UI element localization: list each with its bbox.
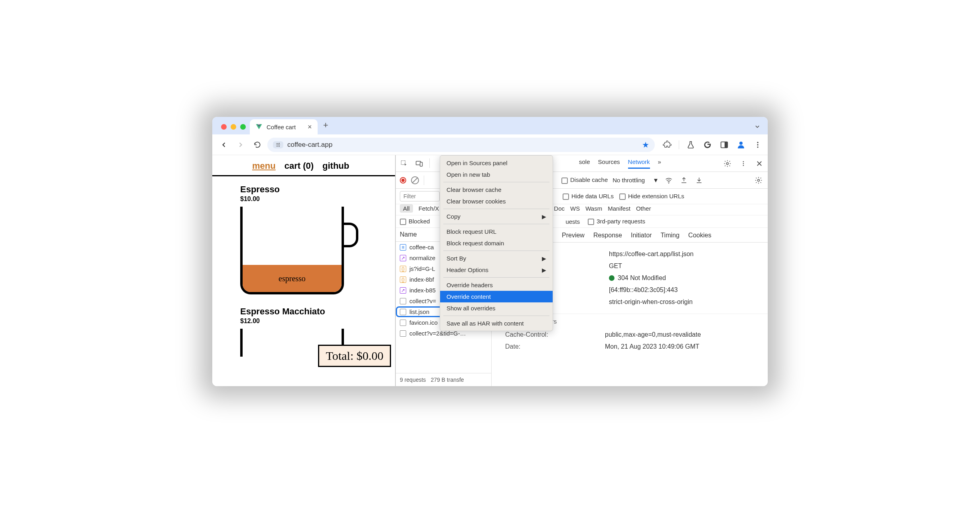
svg-rect-3 (725, 142, 727, 148)
device-toggle-icon[interactable] (414, 158, 425, 169)
experiments-icon[interactable] (686, 140, 696, 150)
ctx-override-content[interactable]: Override content (440, 291, 553, 302)
ctx-save-har[interactable]: Save all as HAR with content (440, 318, 553, 329)
general-status: 304 Not Modified (609, 274, 666, 282)
window-minimize-button[interactable] (231, 124, 236, 130)
general-referrer: strict-origin-when-cross-origin (609, 298, 693, 306)
site-settings-icon[interactable] (273, 141, 283, 148)
cart-total[interactable]: Total: $0.00 (318, 345, 391, 367)
sidepanel-icon[interactable] (719, 140, 729, 150)
vue-icon (255, 123, 263, 130)
devtools-menu-icon[interactable] (738, 158, 749, 169)
filter-manifest[interactable]: Manifest (608, 205, 630, 212)
ctx-open-tab[interactable]: Open in new tab (440, 169, 553, 180)
new-tab-button[interactable]: + (318, 120, 334, 134)
url-text: coffee-cart.app (287, 141, 332, 149)
svg-point-6 (757, 144, 758, 145)
extensions-icon[interactable] (662, 140, 672, 150)
svg-point-0 (279, 143, 280, 144)
detail-tab-preview[interactable]: Preview (562, 232, 585, 242)
back-button[interactable] (217, 138, 231, 152)
file-js-icon: {} (400, 276, 406, 283)
detail-tab-timing[interactable]: Timing (660, 232, 679, 242)
svg-rect-10 (420, 162, 423, 166)
filter-fetch[interactable]: Fetch/X (419, 205, 439, 212)
devtools-panel: sole Sources Network » Disable cache No … (396, 155, 768, 386)
file-other-icon (400, 298, 406, 304)
inspect-icon[interactable] (399, 158, 409, 169)
filter-other[interactable]: Other (636, 205, 651, 212)
devtools-close-icon[interactable] (754, 158, 765, 169)
browser-tab[interactable]: Coffee cart × (250, 119, 318, 134)
tabs-more[interactable]: » (658, 158, 661, 169)
ctx-header-options[interactable]: Header Options▶ (440, 264, 553, 276)
ctx-copy[interactable]: Copy▶ (440, 211, 553, 222)
window-close-button[interactable] (221, 124, 227, 130)
address-bar[interactable]: coffee-cart.app ★ (267, 138, 655, 152)
tab-network[interactable]: Network (628, 158, 650, 169)
file-other-icon (400, 320, 406, 326)
ctx-block-url[interactable]: Block request URL (440, 226, 553, 237)
svg-point-12 (743, 161, 744, 162)
file-css-icon: ↗ (400, 287, 406, 294)
wifi-icon[interactable] (664, 175, 674, 186)
profile-icon[interactable] (736, 140, 746, 150)
svg-point-7 (757, 146, 758, 148)
address-bar-row: coffee-cart.app ★ (212, 134, 768, 155)
nav-cart[interactable]: cart (0) (285, 161, 314, 171)
tab-close-button[interactable]: × (308, 123, 312, 131)
file-html-icon: ≡ (400, 244, 406, 251)
ctx-clear-cache[interactable]: Clear browser cache (440, 184, 553, 195)
filter-all[interactable]: All (400, 204, 413, 213)
clear-button[interactable] (411, 176, 419, 184)
ctx-open-sources[interactable]: Open in Sources panel (440, 157, 553, 169)
hide-extension-urls-checkbox[interactable]: Hide extension URLs (619, 193, 684, 200)
third-party-checkbox[interactable]: 3rd-party requests (588, 218, 645, 225)
filter-input[interactable] (400, 191, 440, 201)
filter-wasm[interactable]: Wasm (585, 205, 602, 212)
detail-tab-initiator[interactable]: Initiator (631, 232, 652, 242)
browser-menu-button[interactable] (753, 140, 763, 150)
detail-tab-response[interactable]: Response (593, 232, 622, 242)
general-method: GET (609, 262, 622, 270)
page-nav: menu cart (0) github (212, 155, 395, 176)
request-summary: 9 requests 279 B transfe (396, 373, 491, 386)
svg-point-14 (743, 165, 744, 166)
ctx-clear-cookies[interactable]: Clear browser cookies (440, 195, 553, 207)
general-remote: [64:ff9b::4b02:3c05]:443 (609, 286, 678, 294)
hide-data-urls-checkbox[interactable]: Hide data URLs (563, 193, 614, 200)
tab-bar: Coffee cart × + (212, 117, 768, 134)
ctx-sort[interactable]: Sort By▶ (440, 253, 553, 264)
page-content: menu cart (0) github Espresso $10.00 esp… (212, 155, 396, 386)
ctx-override-headers[interactable]: Override headers (440, 279, 553, 291)
google-icon[interactable] (702, 140, 713, 150)
reload-button[interactable] (251, 138, 264, 152)
tab-sources[interactable]: Sources (598, 158, 620, 169)
tab-console[interactable]: sole (579, 158, 590, 169)
disable-cache-checkbox[interactable]: Disable cache (561, 176, 608, 184)
blocked-requests-text: uests (565, 218, 580, 225)
nav-menu[interactable]: menu (252, 161, 276, 171)
detail-tab-cookies[interactable]: Cookies (688, 232, 711, 242)
file-other-icon (400, 309, 406, 315)
upload-icon[interactable] (679, 175, 689, 186)
filter-ws[interactable]: WS (570, 205, 580, 212)
svg-point-5 (757, 142, 758, 143)
settings-icon[interactable] (722, 158, 733, 169)
throttling-select[interactable]: No throttling ▼ (612, 177, 659, 184)
tab-dropdown-button[interactable] (753, 122, 768, 134)
ctx-block-domain[interactable]: Block request domain (440, 237, 553, 249)
filter-doc[interactable]: Doc (554, 205, 565, 212)
network-settings-icon[interactable] (753, 175, 764, 186)
chevron-right-icon: ▶ (542, 267, 546, 273)
download-icon[interactable] (694, 175, 704, 186)
ctx-show-overrides[interactable]: Show all overrides (440, 302, 553, 314)
mug-fill-label: espresso (243, 265, 342, 292)
forward-button[interactable] (234, 138, 247, 152)
mug-graphic[interactable]: espresso (240, 207, 352, 298)
record-button[interactable] (400, 177, 406, 184)
nav-github[interactable]: github (322, 161, 349, 171)
window-maximize-button[interactable] (240, 124, 246, 130)
blocked-checkbox[interactable]: Blocked (400, 218, 430, 225)
bookmark-star-icon[interactable]: ★ (642, 140, 649, 150)
